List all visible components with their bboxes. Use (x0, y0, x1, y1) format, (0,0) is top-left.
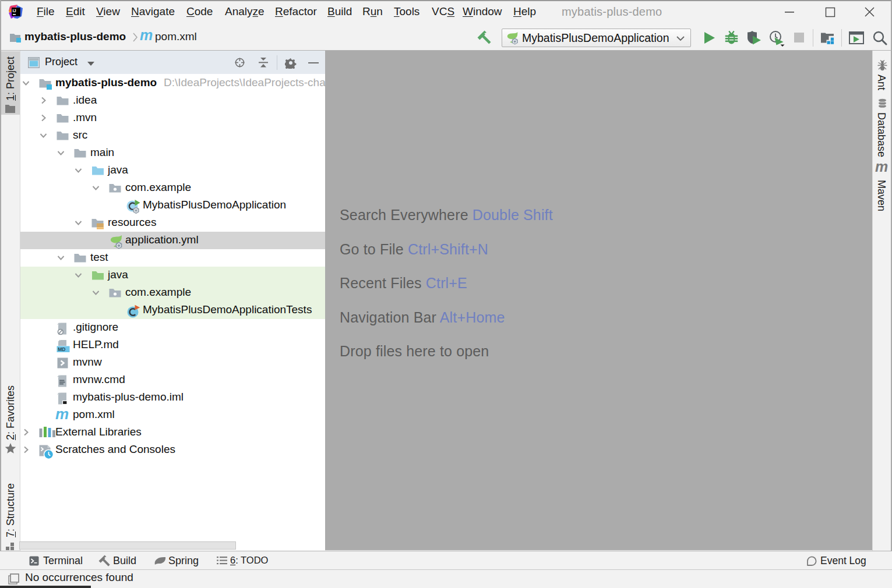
svg-text:MD: MD (58, 346, 65, 352)
svg-text:IJ: IJ (13, 8, 16, 13)
